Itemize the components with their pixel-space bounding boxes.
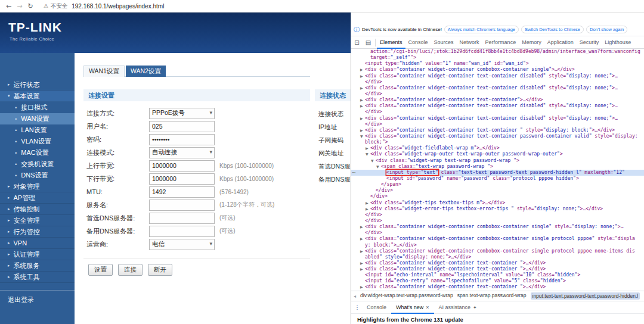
back-icon[interactable]: ← bbox=[6, 2, 11, 10]
connection-type-select[interactable]: PPPoE拨号▾ bbox=[149, 108, 215, 119]
disconnect-button[interactable]: 断开 bbox=[148, 264, 172, 276]
downstream-bandwidth-input[interactable] bbox=[149, 173, 215, 185]
sidebar-item-run-status[interactable]: ▸运行状态 bbox=[0, 79, 75, 91]
twisty-closed-icon[interactable]: ▶ bbox=[360, 224, 365, 230]
code-line[interactable]: </div> bbox=[351, 79, 644, 85]
service-name-input[interactable] bbox=[149, 200, 215, 211]
twisty-closed-icon[interactable]: ▶ bbox=[366, 206, 370, 212]
code-line[interactable]: ▶<div class="container widget-container … bbox=[351, 260, 644, 266]
twisty-closed-icon[interactable]: ▶ bbox=[360, 260, 365, 266]
sidebar-item-basic-settings[interactable]: ▾基本设置 bbox=[0, 91, 75, 102]
breadcrumb-item-1[interactable]: span.text-wrap.password-wrap bbox=[457, 292, 527, 300]
devtools-tab-security[interactable]: Security bbox=[577, 36, 602, 49]
mtu-input[interactable] bbox=[149, 186, 215, 198]
drawer-tab-ai-assistance[interactable]: AI assistance✦ bbox=[434, 301, 482, 314]
more-actions-icon[interactable]: ⋯ bbox=[352, 170, 356, 176]
upstream-bandwidth-input[interactable] bbox=[149, 160, 215, 172]
code-line[interactable]: ▼<div class="container widget-container … bbox=[351, 133, 644, 139]
code-line[interactable]: ▶<div class="container widget-container … bbox=[351, 97, 644, 103]
sidebar-item-object-management[interactable]: ▸对象管理 bbox=[0, 181, 75, 192]
code-line[interactable]: ▶<div class="container widget-container … bbox=[351, 266, 644, 272]
sidebar-subitem-wan-settings[interactable]: •WAN设置 bbox=[0, 113, 75, 124]
sidebar-subitem-lan-settings[interactable]: •LAN设置 bbox=[0, 124, 75, 136]
devtools-tab-memory[interactable]: Memory bbox=[519, 36, 544, 49]
sidebar-item-transmission-control[interactable]: ▸传输控制 bbox=[0, 204, 75, 215]
twisty-closed-icon[interactable]: ▶ bbox=[360, 97, 365, 103]
devtools-tab-application[interactable]: Application bbox=[544, 36, 577, 49]
sidebar-item-ap-management[interactable]: ▸AP管理 bbox=[0, 192, 75, 204]
sidebar-subitem-vlan-settings[interactable]: •VLAN设置 bbox=[0, 136, 75, 147]
username-input[interactable] bbox=[149, 121, 215, 132]
twisty-open-icon[interactable]: ▼ bbox=[371, 158, 376, 164]
devtools-tab-lighthouse[interactable]: Lighthouse bbox=[602, 36, 634, 49]
devtools-tab-performance[interactable]: Performance bbox=[482, 36, 519, 49]
code-line[interactable]: </div> bbox=[351, 188, 644, 194]
device-toolbar-icon[interactable]: ▤ bbox=[363, 39, 374, 46]
tab-wan2-settings[interactable]: WAN2设置 bbox=[126, 66, 166, 77]
code-line[interactable]: ▶<div class="container widget-container … bbox=[351, 236, 644, 242]
code-line[interactable]: ▶<div class="container widget-container … bbox=[351, 224, 644, 230]
code-line[interactable]: <input type="hidden" value="1" name="wan… bbox=[351, 61, 644, 67]
url-text[interactable]: 192.168.10.1/webpages/index.html bbox=[72, 3, 164, 10]
code-line[interactable]: </div> bbox=[351, 218, 644, 224]
notice-button-2[interactable]: Don't show again bbox=[586, 26, 627, 33]
code-line[interactable]: ▶<div class="container widget-container … bbox=[351, 103, 644, 109]
close-icon[interactable]: × bbox=[426, 304, 429, 310]
primary-dns-input[interactable] bbox=[149, 213, 215, 224]
forward-icon[interactable]: → bbox=[17, 2, 22, 10]
twisty-closed-icon[interactable]: ▶ bbox=[360, 127, 365, 133]
twisty-closed-icon[interactable]: ▶ bbox=[360, 248, 365, 254]
notice-button-1[interactable]: Switch DevTools to Chinese bbox=[521, 26, 584, 33]
code-line[interactable]: </div> bbox=[351, 91, 644, 97]
breadcrumb-item-2[interactable]: input.text-text.password-text.password-h… bbox=[531, 292, 640, 300]
twisty-closed-icon[interactable]: ▶ bbox=[360, 266, 365, 272]
drawer-menu-icon[interactable]: ⋮ bbox=[352, 304, 362, 310]
code-line[interactable]: ▼<span class="text-wrap password-wrap "> bbox=[351, 164, 644, 170]
twisty-closed-icon[interactable]: ▶ bbox=[360, 116, 365, 122]
tab-wan1-settings[interactable]: WAN1设置 bbox=[83, 66, 125, 77]
sidebar-subitem-switch-settings[interactable]: •交换机设置 bbox=[0, 158, 75, 170]
code-line[interactable]: </div> bbox=[351, 122, 644, 127]
code-line[interactable]: <input id="echo-retry" name="lspechofail… bbox=[351, 278, 644, 284]
devtools-tab-sources[interactable]: Sources bbox=[431, 36, 457, 49]
code-line[interactable]: ▶<div class="widget-fieldlabel-wrap m">…… bbox=[351, 145, 644, 151]
security-label[interactable]: 不安全 bbox=[51, 2, 68, 10]
isp-select[interactable]: 电信▾ bbox=[149, 239, 215, 250]
twisty-closed-icon[interactable]: ▶ bbox=[366, 145, 370, 151]
inspect-element-icon[interactable]: ⊡ bbox=[351, 39, 363, 46]
code-line[interactable]: ▶<div class="container widget-container … bbox=[351, 116, 644, 122]
code-line[interactable]: </div> bbox=[351, 109, 644, 115]
code-line[interactable]: ▼<div class="widget-wrap-outer text-wrap… bbox=[351, 151, 644, 157]
code-line[interactable]: ▶<div class="widget-tips textbox-tips m"… bbox=[351, 200, 644, 206]
code-line[interactable]: ▶<div class="widget-error-tips textbox-e… bbox=[351, 206, 644, 212]
sidebar-item-behavior-control[interactable]: ▸行为管控 bbox=[0, 226, 75, 238]
security-warning-icon[interactable]: ⚠ bbox=[44, 3, 48, 9]
code-line[interactable]: target="_self""> bbox=[351, 55, 644, 61]
code-line[interactable]: </div> bbox=[351, 230, 644, 236]
address-bar[interactable]: ⚠ 不安全 192.168.10.1/webpages/index.html bbox=[44, 2, 165, 10]
twisty-closed-icon[interactable]: ▶ bbox=[360, 85, 365, 91]
sidebar-item-vpn[interactable]: ▸VPN bbox=[0, 238, 75, 249]
sidebar-subitem-dns-settings[interactable]: •DNS设置 bbox=[0, 170, 75, 181]
code-line[interactable]: </div> bbox=[351, 212, 644, 218]
sidebar-subitem-interface-mode[interactable]: •接口模式 bbox=[0, 102, 75, 113]
code-line[interactable]: ▶<div class="container widget-container … bbox=[351, 85, 644, 91]
sidebar-item-auth-management[interactable]: ▸认证管理 bbox=[0, 249, 75, 260]
devtools-tab-console[interactable]: Console bbox=[405, 36, 431, 49]
twisty-closed-icon[interactable]: ▶ bbox=[360, 236, 365, 242]
sidebar-item-system-services[interactable]: ▸系统服务 bbox=[0, 260, 75, 272]
breadcrumb-scroll-icon[interactable]: ◂ bbox=[354, 294, 356, 299]
twisty-open-icon[interactable]: ▼ bbox=[360, 133, 365, 139]
apply-button[interactable]: 设置 bbox=[88, 264, 113, 276]
code-line[interactable]: </div> bbox=[351, 194, 644, 200]
twisty-closed-icon[interactable]: ▶ bbox=[360, 103, 365, 109]
twisty-closed-icon[interactable]: ▶ bbox=[360, 67, 365, 73]
devtools-tab-network[interactable]: Network bbox=[457, 36, 482, 49]
drawer-tab-console[interactable]: Console bbox=[362, 301, 391, 314]
code-line[interactable]: ▶<div class="container widget-container … bbox=[351, 284, 644, 290]
twisty-closed-icon[interactable]: ▶ bbox=[360, 73, 365, 79]
sidebar-item-system-tools[interactable]: ▸系统工具 bbox=[0, 272, 75, 283]
connect-button[interactable]: 连接 bbox=[118, 264, 143, 276]
code-line[interactable]: ▶<div class="container widget-container … bbox=[351, 67, 644, 73]
connection-mode-select[interactable]: 自动连接▾ bbox=[149, 147, 215, 158]
